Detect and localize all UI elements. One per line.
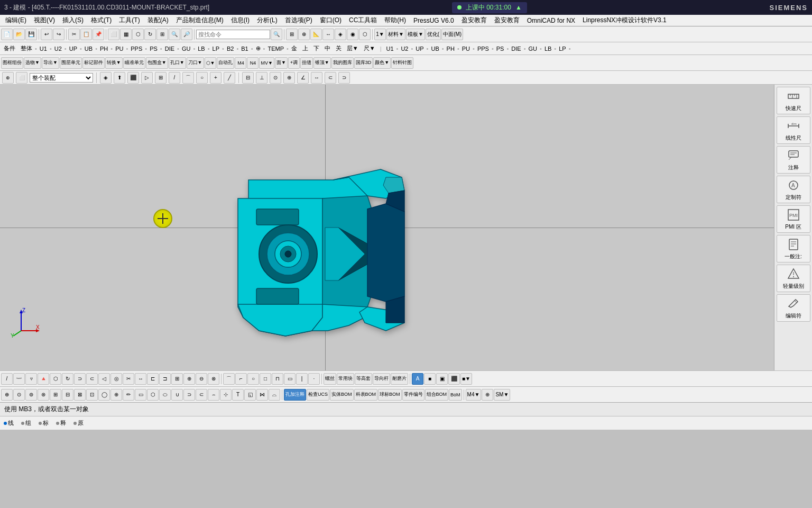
tb-select-all[interactable]: ⊞ [155,72,167,84]
rp-edit-symbol[interactable]: 编辑符 [777,294,810,322]
bt-wear-plate[interactable]: 耐磨片 [391,373,408,385]
bt-text-a[interactable]: A [412,373,423,385]
tb-dim[interactable]: ↔ [322,29,334,40]
lbl-b2[interactable]: B2 [224,45,236,52]
bt-boolean-i[interactable]: ⊗ [208,373,219,385]
bt-shell[interactable]: ◎ [110,373,122,385]
bt-common-block[interactable]: 常用块 [337,373,354,385]
blr-original[interactable]: 原 [72,419,85,428]
bt2-int-crv[interactable]: ⋈ [256,389,268,401]
tb-view-right[interactable]: ▷ [141,72,153,84]
rp-lightweight[interactable]: 轻量级别 [777,265,810,292]
tb-transform[interactable]: 转换▼ [105,57,123,69]
bt-extrude[interactable]: ⬡ [50,373,61,385]
menu-analysis[interactable]: 分析(L) [254,15,281,25]
menu-cc[interactable]: CC工具箱 [346,15,380,25]
lbl-lb[interactable]: LB [195,45,207,52]
tb-line-draw[interactable]: / [169,72,180,84]
menu-edit[interactable]: 编辑(E) [2,15,30,25]
bt2-along[interactable]: ⊡ [86,389,98,401]
bt2-offset-crv[interactable]: ⊃ [183,389,195,401]
bt-sweep[interactable]: ⊃ [74,373,86,385]
blr-group[interactable]: 组 [20,419,33,428]
tb-arc[interactable]: ⌒ [182,72,194,84]
bt2-text-crv[interactable]: T [232,389,244,401]
bt-spline[interactable]: 〰 [13,373,25,385]
menu-pressug[interactable]: PressUG V6.0 [410,16,457,25]
tb-hole[interactable]: 孔口▼ [169,57,186,69]
tb-diecut[interactable]: 刀口▼ [187,57,204,69]
bt2-crv[interactable]: ⊕ [110,389,122,401]
lbl-u1-2[interactable]: U1 [383,45,396,52]
bt2-tangent[interactable]: ⊠ [74,389,86,401]
bt2-ellipse[interactable]: ⬭ [159,389,171,401]
bt-chamfer[interactable]: ⌐ [235,373,247,385]
tb-select[interactable]: 选物▼ [24,57,41,69]
bt-revolve[interactable]: ↻ [62,373,73,385]
lbl-ub-2[interactable]: UB [428,45,441,52]
tb-layer-unit[interactable]: 围层单元 [60,57,82,69]
rp-linear-ruler[interactable]: dim 线性尺 [777,116,810,144]
bt-pattern[interactable]: ⊞ [171,373,183,385]
tb-frame[interactable]: 图框组份 [1,57,23,69]
lbl-parts[interactable]: 备件 [1,44,18,53]
bt-equal-height[interactable]: 等高套 [355,373,372,385]
view-dropdown[interactable]: 整个装配 顶层组件 当前组件 [30,73,93,83]
tb-circle[interactable]: ○ [196,72,208,84]
tb-1[interactable]: 1▼ [374,29,386,40]
tb-redo[interactable]: ↪ [53,29,64,40]
tb-layer[interactable]: ⬡ [132,29,144,40]
lbl-up-2[interactable]: UP [413,45,426,52]
tb-zoom-out[interactable]: 🔎 [181,29,192,40]
bt-offset[interactable]: ⊏ [147,373,159,385]
bt2-poly[interactable]: ⬡ [147,389,159,401]
tb-material[interactable]: 材料▼ [386,29,405,40]
bt-groove[interactable]: ⊓ [272,373,283,385]
menu-help[interactable]: 帮助(H) [381,15,409,25]
tb-hang[interactable]: 挂缝 [300,57,313,69]
tb-zoom-fit[interactable]: ⊞ [156,29,168,40]
tb-view-front[interactable]: ⬛ [127,72,139,84]
tb-shade[interactable]: ◉ [347,29,358,40]
bt-blend[interactable]: ⌒ [223,373,235,385]
lbl-die[interactable]: DIE [162,45,177,52]
lbl-up[interactable]: UP [67,45,80,52]
rp-custom-symbol[interactable]: A 定制符 [777,176,810,203]
bt-mirror[interactable]: ⊐ [159,373,171,385]
tb-m4[interactable]: M4 [235,57,246,69]
tb-open[interactable]: 📂 [13,29,25,40]
tb-mold[interactable]: 模板▼ [406,29,425,40]
tb-filter[interactable]: ▦ [120,29,132,40]
tb-midplane[interactable]: 中面(M) [441,29,463,40]
bt2-hole-add[interactable]: 孔加注释 [284,389,306,401]
tb-paste[interactable]: 📌 [93,29,104,40]
bt-feature-ref[interactable]: ▣ [436,373,448,385]
lbl-ps-2[interactable]: PS [494,45,507,52]
bt2-midpoint[interactable]: ⊙ [13,389,25,401]
menu-yingan2[interactable]: 盈安教育 [491,15,523,25]
tb-search-btn[interactable]: 🔍 [271,29,282,40]
tb-n4[interactable]: N4 [247,57,259,69]
tb-cut[interactable]: ✂ [68,29,80,40]
bt2-table-bom[interactable]: 科表BOM [354,389,378,401]
bt2-combo-bom[interactable]: 组合BOM [425,389,449,401]
tb-box-select[interactable]: ⬜ [108,29,119,40]
lbl-lp-2[interactable]: LP [556,45,568,52]
tb-undo[interactable]: ↩ [41,29,52,40]
tb-view-top[interactable]: ⬆ [114,72,125,84]
bt2-check-ucs[interactable]: 检查UCS [307,389,329,401]
lbl-b1[interactable]: B1 [238,45,251,52]
bt2-quadrant[interactable]: ⊛ [38,389,49,401]
lbl-gu[interactable]: GU [179,45,193,52]
tb-para[interactable]: ⊟ [242,72,254,84]
lbl-u2-2[interactable]: U2 [398,45,411,52]
tb-wire[interactable]: ⬡ [359,29,371,40]
lbl-guan[interactable]: 关 [333,44,344,53]
bt2-plus[interactable]: ⊕ [482,389,493,401]
menu-omnicad[interactable]: OmniCAD for NX [524,16,578,25]
tb-snap[interactable]: ⊕ [298,29,310,40]
menu-tools[interactable]: 工具(T) [116,15,143,25]
menu-assembly[interactable]: 装配(A) [144,15,172,25]
tb-face[interactable]: 面▼ [275,57,288,69]
lbl-ph-2[interactable]: PH [444,45,457,52]
